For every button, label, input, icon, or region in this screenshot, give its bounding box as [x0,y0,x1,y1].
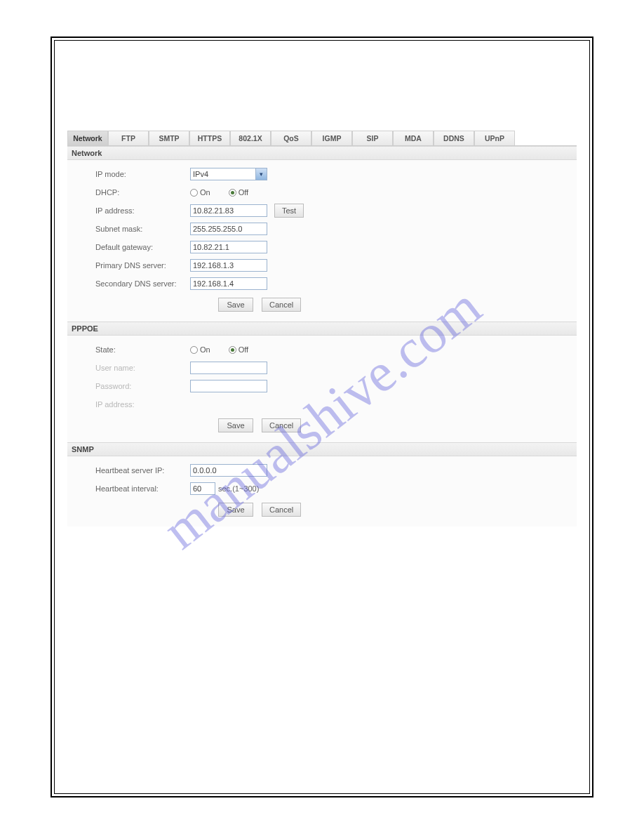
section-body-pppoe: State: On Off User name: Password [67,336,577,442]
section-body-network: IP mode: IPv4 ▾ DHCP: On Off [67,160,577,322]
pppoe-on-label: On [200,345,210,354]
pppoe-on-radio[interactable]: On [190,345,210,354]
ip-mode-value: IPv4 [193,170,208,178]
tab-8021x[interactable]: 802.1X [230,131,271,145]
pppoe-password-label: Password: [95,382,190,390]
heartbeat-interval-input[interactable] [190,482,215,495]
ip-address-input[interactable] [190,204,267,217]
tab-smtp[interactable]: SMTP [149,131,189,145]
primary-dns-input[interactable] [190,259,267,272]
ip-mode-label: IP mode: [95,170,190,178]
tab-network[interactable]: Network [67,131,108,145]
dhcp-off-label: Off [239,188,248,197]
tab-bar: Network FTP SMTP HTTPS 802.1X QoS IGMP S… [67,131,577,146]
heartbeat-interval-suffix: sec.(1~300) [218,484,259,493]
tab-https[interactable]: HTTPS [189,131,230,145]
subnet-label: Subnet mask: [95,225,190,233]
pppoe-ip-label: IP address: [95,400,190,409]
section-header-snmp: SNMP [67,442,577,456]
ip-address-label: IP address: [95,206,190,215]
section-header-network: Network [67,146,577,160]
tab-upnp[interactable]: UPnP [474,131,515,145]
tab-igmp[interactable]: IGMP [311,131,352,145]
primary-dns-label: Primary DNS server: [95,261,190,270]
pppoe-username-input[interactable] [190,362,267,374]
heartbeat-interval-label: Heartbeat interval: [95,484,190,493]
section-header-pppoe: PPPOE [67,322,577,336]
pppoe-cancel-button[interactable]: Cancel [262,418,301,432]
pppoe-off-label: Off [239,345,248,354]
tab-sip[interactable]: SIP [352,131,393,145]
chevron-down-icon: ▾ [255,168,267,180]
radio-icon [190,346,198,354]
tab-qos[interactable]: QoS [271,131,311,145]
heartbeat-ip-label: Heartbeat server IP: [95,466,190,475]
snmp-save-button[interactable]: Save [218,503,253,517]
pppoe-save-button[interactable]: Save [218,418,253,432]
subnet-input[interactable] [190,223,267,235]
secondary-dns-input[interactable] [190,277,267,290]
dhcp-on-radio[interactable]: On [190,188,210,197]
dhcp-label: DHCP: [95,188,190,197]
gateway-label: Default gateway: [95,243,190,251]
radio-icon [229,346,236,354]
tab-ddns[interactable]: DDNS [434,131,474,145]
gateway-input[interactable] [190,241,267,253]
pppoe-password-input[interactable] [190,380,267,392]
section-body-snmp: Heartbeat server IP: Heartbeat interval:… [67,456,577,527]
snmp-cancel-button[interactable]: Cancel [262,503,301,517]
pppoe-off-radio[interactable]: Off [229,345,248,354]
dhcp-off-radio[interactable]: Off [229,188,248,197]
pppoe-username-label: User name: [95,364,190,372]
dhcp-on-label: On [200,188,210,197]
tab-mda[interactable]: MDA [393,131,434,145]
network-cancel-button[interactable]: Cancel [262,298,301,312]
heartbeat-ip-input[interactable] [190,464,267,477]
ip-mode-select[interactable]: IPv4 ▾ [190,168,267,180]
pppoe-state-label: State: [95,345,190,354]
tab-ftp[interactable]: FTP [108,131,149,145]
radio-icon [190,189,198,197]
radio-icon [229,189,236,197]
network-save-button[interactable]: Save [218,298,253,312]
test-button[interactable]: Test [274,204,304,218]
secondary-dns-label: Secondary DNS server: [95,279,190,288]
